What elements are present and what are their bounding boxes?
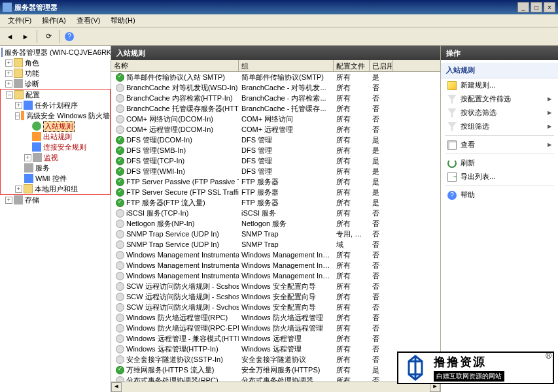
- toolbar-refresh-button[interactable]: ⟳: [41, 29, 56, 44]
- action-view[interactable]: 查看▶: [441, 138, 558, 152]
- expand-icon[interactable]: +: [5, 80, 12, 88]
- h-scrollbar[interactable]: ◄ ►: [111, 382, 440, 392]
- rule-enabled: 否: [370, 302, 392, 312]
- col-group[interactable]: 组: [239, 60, 334, 71]
- rule-row[interactable]: BranchCache 托管缓存服务器(HTTP-In)BranchCache …: [111, 103, 440, 114]
- rule-row[interactable]: Windows Management Instrumentation...Win…: [111, 270, 440, 281]
- nav-back-button[interactable]: ◄: [3, 29, 17, 44]
- rule-row[interactable]: SCW 远程访问防火墙规则 - Svchost ...Windows 安全配置向…: [111, 302, 440, 312]
- rule-row[interactable]: iSCSI 服务(TCP-In)iSCSI 服务所有否: [111, 208, 440, 218]
- rule-row[interactable]: Windows 防火墙远程管理(RPC)Windows 防火墙远程管理所有否: [111, 312, 440, 323]
- expand-icon[interactable]: +: [5, 70, 12, 77]
- rule-enabled: 是: [370, 177, 392, 187]
- rule-row[interactable]: COM+ 远程管理(DCOM-In)COM+ 远程管理所有否: [111, 124, 440, 135]
- expand-icon[interactable]: +: [5, 197, 12, 204]
- tree-config[interactable]: −配置: [1, 90, 110, 100]
- tree-diagnostics[interactable]: +诊断: [0, 78, 111, 89]
- action-filter-group[interactable]: 按组筛选▶: [441, 120, 558, 133]
- collapse-icon[interactable]: −: [15, 112, 20, 120]
- rule-name: COM+ 远程管理(DCOM-In): [126, 125, 213, 135]
- tree-monitor[interactable]: +监视: [1, 152, 110, 163]
- tree-firewall[interactable]: −高级安全 Windows 防火墙: [1, 110, 110, 121]
- rule-row[interactable]: COM+ 网络访问(DCOM-In)COM+ 网络访问所有否: [111, 114, 440, 124]
- action-export[interactable]: 导出列表...: [441, 170, 558, 184]
- tree-task-scheduler[interactable]: +任务计划程序: [1, 100, 110, 110]
- folder-icon: [14, 90, 24, 99]
- tree-outbound-rules[interactable]: 出站规则: [1, 131, 110, 142]
- server-icon: [1, 48, 3, 57]
- window-title: 服务器管理器: [14, 3, 516, 12]
- rule-row[interactable]: Windows Management Instrumentation...Win…: [111, 260, 440, 270]
- rule-row[interactable]: Netlogon 服务(NP-In)Netlogon 服务所有否: [111, 218, 440, 229]
- tree-inbound-rules[interactable]: 入站规则: [1, 121, 110, 131]
- tree-local-users[interactable]: +本地用户和组: [1, 184, 110, 194]
- tree-storage[interactable]: +存储: [0, 195, 111, 205]
- action-new-rule[interactable]: 新建规则...: [441, 78, 558, 92]
- scroll-left-button[interactable]: ◄: [111, 382, 122, 392]
- disabled-icon: [116, 115, 124, 123]
- rule-row[interactable]: 万维网服务(HTTPS 流入量)安全万维网服务(HTTPS)所有是: [111, 365, 440, 375]
- rule-row[interactable]: 安全套接字隧道协议(SSTP-In)安全套接字隧道协议所有否: [111, 354, 440, 365]
- rule-row[interactable]: SCW 远程访问防火墙规则 - Scshost ...Windows 安全配置向…: [111, 291, 440, 302]
- menu-action[interactable]: 操作(A): [37, 14, 71, 27]
- tree-root[interactable]: 服务器管理器 (WIN-CQJVEA6RKR): [0, 47, 111, 57]
- toolbar-help-button[interactable]: ?: [64, 29, 78, 44]
- rule-row[interactable]: SNMP Trap Service (UDP In)SNMP Trap域否: [111, 239, 440, 250]
- action-help[interactable]: ?帮助: [441, 188, 558, 202]
- rule-row[interactable]: Windows 防火墙远程管理(RPC-EPMAP)Windows 防火墙远程管…: [111, 323, 440, 333]
- expand-icon[interactable]: +: [15, 186, 22, 193]
- rule-row[interactable]: Windows Management Instrumentation...Win…: [111, 250, 440, 260]
- tree-pane[interactable]: 服务器管理器 (WIN-CQJVEA6RKR) +角色 +功能 +诊断 −配置 …: [0, 46, 111, 392]
- rule-name: COM+ 网络访问(DCOM-In): [126, 114, 213, 124]
- tree-roles[interactable]: +角色: [0, 57, 111, 68]
- maximize-button[interactable]: □: [531, 2, 542, 12]
- rule-row[interactable]: DFS 管理(WMI-In)DFS 管理所有是: [111, 166, 440, 176]
- rule-enabled: 是: [370, 188, 392, 197]
- menu-file[interactable]: 文件(F): [3, 14, 37, 27]
- tree-connection-security[interactable]: 连接安全规则: [1, 142, 110, 152]
- rule-row[interactable]: SCW 远程访问防火墙规则 - Scshost ...Windows 安全配置向…: [111, 281, 440, 291]
- expand-icon[interactable]: +: [15, 102, 22, 109]
- rule-row[interactable]: 简单邮件传输协议(入站 SMTP)简单邮件传输协议(SMTP)所有是: [111, 72, 440, 82]
- collapse-icon[interactable]: −: [6, 91, 13, 99]
- action-refresh[interactable]: 刷新: [441, 156, 558, 170]
- rules-list[interactable]: 简单邮件传输协议(入站 SMTP)简单邮件传输协议(SMTP)所有是Branch…: [111, 72, 440, 382]
- rule-group: 分布式事务处理协调器: [239, 376, 334, 382]
- col-name[interactable]: 名称: [111, 60, 239, 71]
- tree-wmi[interactable]: WMI 控件: [1, 173, 110, 184]
- nav-forward-button[interactable]: ►: [18, 29, 33, 44]
- rule-group: Windows 安全配置向导: [239, 282, 334, 291]
- actions-header: 操作: [441, 46, 558, 60]
- menu-help[interactable]: 帮助(H): [105, 14, 140, 27]
- expand-icon[interactable]: +: [5, 59, 12, 67]
- menu-view[interactable]: 查看(V): [71, 14, 106, 27]
- tree-features[interactable]: +功能: [0, 68, 111, 78]
- rule-row[interactable]: DFS 管理(DCOM-In)DFS 管理所有是: [111, 135, 440, 145]
- rule-row[interactable]: FTP Server Secure (FTP SSL Traffic...FTP…: [111, 187, 440, 197]
- expand-icon[interactable]: +: [24, 154, 31, 161]
- rule-row[interactable]: DFS 管理(TCP-In)DFS 管理所有是: [111, 155, 440, 166]
- services-icon: [24, 163, 33, 172]
- minimize-button[interactable]: _: [517, 2, 529, 12]
- rule-profile: 所有: [334, 104, 370, 114]
- rule-profile: 专用, 公用: [334, 229, 370, 239]
- rule-row[interactable]: BranchCache 对等机发现(WSD-In)BranchCache - 对…: [111, 82, 440, 93]
- tree-services[interactable]: 服务: [1, 163, 110, 173]
- rule-row[interactable]: Windows 远程管理(HTTP-In)Windows 远程管理所有否: [111, 344, 440, 354]
- action-filter-profile[interactable]: 按配置文件筛选▶: [441, 92, 558, 106]
- rule-row[interactable]: FTP 服务器(FTP 流入量)FTP 服务器所有是: [111, 197, 440, 208]
- chevron-right-icon: ▶: [548, 110, 551, 116]
- rule-row[interactable]: FTP Server Passive (FTP Passive Tr...FTP…: [111, 176, 440, 187]
- col-profile[interactable]: 配置文件: [334, 60, 370, 71]
- rule-row[interactable]: Windows 远程管理 - 兼容模式(HTTP-In)Windows 远程管理…: [111, 333, 440, 344]
- action-filter-state[interactable]: 按状态筛选▶: [441, 106, 558, 120]
- rule-enabled: 否: [370, 240, 392, 250]
- rule-group: FTP 服务器: [239, 188, 334, 197]
- rule-row[interactable]: 分布式事务处理协调器(RPC)分布式事务处理协调器所有否: [111, 375, 440, 382]
- col-enabled[interactable]: 已启用: [370, 60, 392, 71]
- rule-row[interactable]: BranchCache 内容检索(HTTP-In)BranchCache - 内…: [111, 93, 440, 103]
- scroll-track[interactable]: [122, 382, 430, 392]
- close-button[interactable]: ×: [544, 2, 555, 12]
- rule-row[interactable]: SNMP Trap Service (UDP In)SNMP Trap专用, 公…: [111, 229, 440, 239]
- rule-row[interactable]: DFS 管理(SMB-In)DFS 管理所有是: [111, 145, 440, 155]
